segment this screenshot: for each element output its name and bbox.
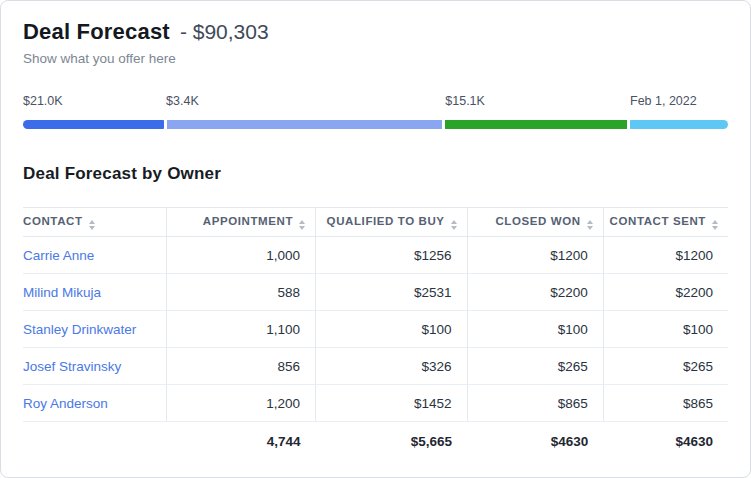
table-row: Carrie Anne 1,000 $1256 $1200 $1200: [23, 237, 728, 274]
table-row: Stanley Drinkwater 1,100 $100 $100 $100: [23, 311, 728, 348]
totals-row: 4,744 $5,665 $4630 $4630: [23, 422, 728, 462]
deal-forecast-table: Contact Appointment Qualified to buy Clo…: [23, 207, 728, 462]
appointment-value: 588: [167, 274, 316, 311]
appointment-total: 4,744: [167, 422, 316, 462]
qualified-to-buy-value: $100: [316, 311, 468, 348]
closed-won-value: $1200: [467, 237, 603, 274]
table-row: Milind Mikuja 588 $2531 $2200 $2200: [23, 274, 728, 311]
card-subtitle: Show what you offer here: [23, 51, 728, 66]
closed-won-total: $4630: [467, 422, 603, 462]
totals-empty-cell: [23, 422, 167, 462]
bar-segment-2[interactable]: [167, 120, 442, 129]
closed-won-value: $865: [467, 385, 603, 422]
contact-link[interactable]: Stanley Drinkwater: [23, 311, 167, 348]
contact-sent-value: $100: [603, 311, 728, 348]
bar-segment-4[interactable]: [630, 120, 728, 129]
qualified-to-buy-value: $1256: [316, 237, 468, 274]
qualified-to-buy-value: $326: [316, 348, 468, 385]
bar-label-date: Feb 1, 2022: [630, 94, 697, 108]
contact-sent-total: $4630: [603, 422, 728, 462]
column-header-closed-won[interactable]: Closed won: [467, 208, 603, 237]
forecast-amount: - $90,303: [180, 20, 269, 44]
table-header-row: Contact Appointment Qualified to buy Clo…: [23, 208, 728, 237]
sort-icon[interactable]: [299, 220, 305, 230]
bar-label-segment-1: $21.0K: [23, 94, 63, 108]
contact-sent-value: $1200: [603, 237, 728, 274]
column-header-appointment[interactable]: Appointment: [167, 208, 316, 237]
closed-won-value: $100: [467, 311, 603, 348]
contact-link[interactable]: Carrie Anne: [23, 237, 167, 274]
page-title: Deal Forecast: [23, 19, 170, 45]
sort-icon[interactable]: [89, 220, 95, 230]
table-row: Roy Anderson 1,200 $1452 $865 $865: [23, 385, 728, 422]
appointment-value: 1,100: [167, 311, 316, 348]
contact-link[interactable]: Josef Stravinsky: [23, 348, 167, 385]
forecast-bar: $21.0K $3.4K $15.1K Feb 1, 2022: [23, 94, 728, 136]
qualified-to-buy-total: $5,665: [316, 422, 468, 462]
contact-sent-value: $865: [603, 385, 728, 422]
sort-icon[interactable]: [712, 220, 718, 230]
closed-won-value: $265: [467, 348, 603, 385]
contact-sent-value: $2200: [603, 274, 728, 311]
sort-icon[interactable]: [587, 220, 593, 230]
sort-icon[interactable]: [451, 220, 457, 230]
column-header-qualified-to-buy[interactable]: Qualified to buy: [316, 208, 468, 237]
bar-segment-1[interactable]: [23, 120, 164, 129]
column-header-contact[interactable]: Contact: [23, 208, 167, 237]
contact-link[interactable]: Milind Mikuja: [23, 274, 167, 311]
contact-sent-value: $265: [603, 348, 728, 385]
bar-segment-3[interactable]: [445, 120, 627, 129]
deal-forecast-card: Deal Forecast - $90,303 Show what you of…: [0, 0, 751, 478]
appointment-value: 1,200: [167, 385, 316, 422]
forecast-bar-labels: $21.0K $3.4K $15.1K Feb 1, 2022: [23, 94, 728, 110]
bar-label-segment-2: $3.4K: [166, 94, 199, 108]
appointment-value: 1,000: [167, 237, 316, 274]
table-row: Josef Stravinsky 856 $326 $265 $265: [23, 348, 728, 385]
column-header-contact-sent[interactable]: Contact sent: [603, 208, 728, 237]
qualified-to-buy-value: $2531: [316, 274, 468, 311]
section-title: Deal Forecast by Owner: [23, 164, 728, 184]
qualified-to-buy-value: $1452: [316, 385, 468, 422]
bar-label-segment-3: $15.1K: [445, 94, 485, 108]
stacked-progress-bar: [23, 120, 728, 129]
closed-won-value: $2200: [467, 274, 603, 311]
card-header: Deal Forecast - $90,303: [23, 19, 728, 45]
appointment-value: 856: [167, 348, 316, 385]
contact-link[interactable]: Roy Anderson: [23, 385, 167, 422]
